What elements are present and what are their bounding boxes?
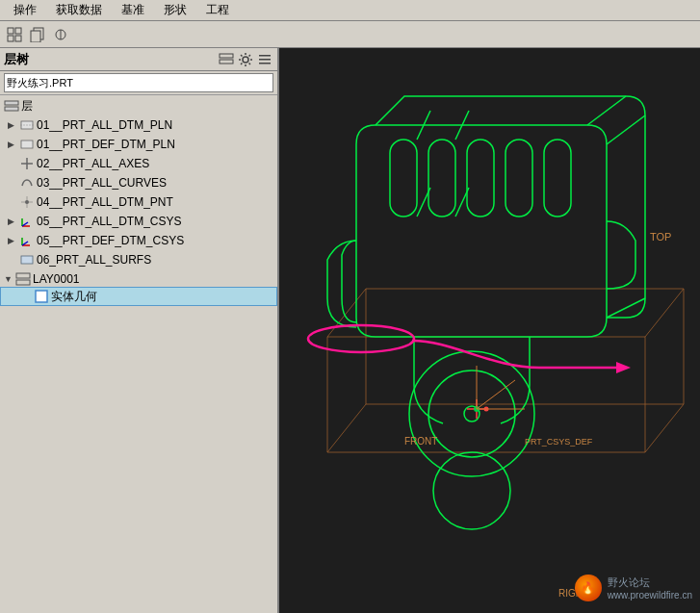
svg-rect-30 bbox=[21, 256, 33, 264]
svg-rect-2 bbox=[8, 36, 13, 41]
svg-rect-5 bbox=[31, 31, 40, 42]
menu-datum[interactable]: 基准 bbox=[112, 0, 154, 20]
svg-rect-12 bbox=[259, 59, 271, 61]
solid-icon bbox=[34, 290, 49, 303]
tree-item-dtm-pln2[interactable]: ▶ 01__PRT_DEF_DTM_PLN bbox=[0, 135, 277, 154]
toolbar bbox=[0, 21, 700, 48]
solid-geometry-item[interactable]: 实体几何 bbox=[0, 287, 277, 306]
left-panel: 层树 bbox=[0, 48, 279, 613]
layer-icon bbox=[4, 100, 19, 114]
svg-text:TOP: TOP bbox=[650, 231, 671, 243]
item-label-2: 01__PRT_DEF_DTM_PLN bbox=[37, 138, 175, 151]
tree-item-csys2[interactable]: ▶ 05__PRT_DEF_DTM_CSYS bbox=[0, 231, 277, 250]
toolbar-pin-btn[interactable] bbox=[50, 24, 71, 45]
tree-item-curves[interactable]: 03__PRT_ALL_CURVES bbox=[0, 173, 277, 192]
lay-group-icon bbox=[15, 272, 31, 286]
item-arrow-3 bbox=[8, 159, 17, 168]
item-arrow-5 bbox=[8, 197, 17, 207]
item-label-5: 04__PRT_ALL_DTM_PNT bbox=[37, 195, 173, 209]
toolbar-copy-btn[interactable] bbox=[27, 24, 48, 45]
svg-rect-33 bbox=[36, 291, 47, 302]
tree-search bbox=[0, 71, 277, 95]
tree-item-dtm-pnt[interactable]: 04__PRT_ALL_DTM_PNT bbox=[0, 192, 277, 212]
item-arrow-1: ▶ bbox=[8, 120, 17, 130]
menu-get-data[interactable]: 获取数据 bbox=[46, 0, 112, 20]
svg-point-10 bbox=[243, 57, 248, 63]
item-icon-6 bbox=[19, 215, 35, 228]
svg-rect-11 bbox=[259, 55, 271, 57]
svg-rect-32 bbox=[16, 280, 30, 285]
lay-header[interactable]: ▼ LAY0001 bbox=[0, 271, 277, 287]
tree-item-axes[interactable]: 02__PRT_ALL_AXES bbox=[0, 154, 277, 173]
svg-rect-1 bbox=[15, 28, 21, 34]
menu-shape[interactable]: 形状 bbox=[154, 0, 196, 20]
right-panel: TOP FRONT PRT_CSYS_DEF RIGHT 🔥 野火论坛 www. bbox=[279, 48, 700, 613]
item-arrow-8 bbox=[8, 255, 17, 265]
tree-layer-icon[interactable] bbox=[218, 51, 235, 68]
item-icon-5 bbox=[19, 195, 35, 209]
item-icon-4 bbox=[19, 176, 35, 190]
item-icon-7 bbox=[19, 234, 35, 247]
item-label-7: 05__PRT_DEF_DTM_CSYS bbox=[37, 234, 184, 247]
item-arrow-4 bbox=[8, 178, 17, 188]
main-layout: 层树 bbox=[0, 48, 700, 613]
tree-area[interactable]: 层 ▶ 01__PRT_ALL_DTM_PLN ▶ bbox=[0, 95, 277, 613]
tree-title: 层树 bbox=[4, 51, 29, 68]
item-label-8: 06_PRT_ALL_SURFS bbox=[37, 253, 151, 267]
item-arrow-7: ▶ bbox=[8, 236, 17, 245]
layer-section-header: 层 bbox=[0, 97, 277, 115]
item-label-6: 05__PRT_ALL_DTM_CSYS bbox=[37, 215, 182, 228]
item-icon-8 bbox=[19, 253, 35, 267]
svg-rect-3 bbox=[15, 36, 21, 41]
lay-arrow: ▼ bbox=[4, 274, 13, 284]
svg-text:FRONT: FRONT bbox=[404, 436, 437, 447]
menu-operations[interactable]: 操作 bbox=[4, 0, 46, 20]
solid-spacer bbox=[22, 290, 32, 303]
item-icon-2 bbox=[19, 138, 35, 151]
svg-rect-8 bbox=[220, 54, 233, 58]
menu-bar: 操作 获取数据 基准 形状 工程 bbox=[0, 0, 700, 21]
watermark: 🔥 野火论坛 www.proewildfire.cn bbox=[575, 575, 692, 601]
model-svg: TOP FRONT PRT_CSYS_DEF RIGHT bbox=[279, 48, 700, 613]
watermark-logo: 🔥 bbox=[575, 575, 602, 601]
svg-rect-0 bbox=[8, 28, 13, 34]
toolbar-grid-btn[interactable] bbox=[4, 24, 25, 45]
item-label-4: 03__PRT_ALL_CURVES bbox=[37, 176, 167, 190]
tree-search-input[interactable] bbox=[4, 73, 273, 92]
watermark-site-name: 野火论坛 bbox=[608, 575, 692, 590]
item-arrow-2: ▶ bbox=[8, 140, 17, 149]
svg-rect-15 bbox=[5, 107, 18, 111]
tree-item-surfs[interactable]: 06_PRT_ALL_SURFS bbox=[0, 250, 277, 269]
svg-rect-13 bbox=[259, 63, 271, 64]
tree-item-csys1[interactable]: ▶ 05__PRT_ALL_DTM_CSYS bbox=[0, 212, 277, 231]
svg-rect-34 bbox=[279, 48, 700, 613]
tree-header-icons bbox=[218, 51, 273, 68]
item-icon-1 bbox=[19, 118, 35, 132]
lay-group-label: LAY0001 bbox=[33, 272, 80, 286]
item-label-3: 02__PRT_ALL_AXES bbox=[37, 157, 149, 170]
watermark-url: www.proewildfire.cn bbox=[608, 590, 692, 600]
tree-menu-icon[interactable] bbox=[256, 51, 273, 68]
watermark-text-block: 野火论坛 www.proewildfire.cn bbox=[608, 575, 692, 600]
svg-rect-9 bbox=[220, 60, 233, 64]
tree-settings-icon[interactable] bbox=[237, 51, 254, 68]
menu-engineering[interactable]: 工程 bbox=[196, 0, 239, 20]
viewport[interactable]: TOP FRONT PRT_CSYS_DEF RIGHT 🔥 野火论坛 www. bbox=[279, 48, 700, 613]
solid-label: 实体几何 bbox=[51, 289, 97, 305]
svg-rect-31 bbox=[16, 273, 30, 278]
layer-section-label: 层 bbox=[21, 98, 33, 115]
item-arrow-6: ▶ bbox=[8, 217, 17, 226]
tree-header: 层树 bbox=[0, 48, 277, 71]
lay-group: ▼ LAY0001 bbox=[0, 271, 277, 306]
svg-rect-18 bbox=[21, 140, 33, 148]
item-label-1: 01__PRT_ALL_DTM_PLN bbox=[37, 118, 172, 132]
tree-item-dtm-pln1[interactable]: ▶ 01__PRT_ALL_DTM_PLN bbox=[0, 115, 277, 135]
item-icon-3 bbox=[19, 157, 35, 170]
svg-text:PRT_CSYS_DEF: PRT_CSYS_DEF bbox=[525, 437, 593, 447]
solid-item-wrapper: 实体几何 bbox=[0, 287, 277, 306]
svg-rect-14 bbox=[5, 101, 18, 105]
